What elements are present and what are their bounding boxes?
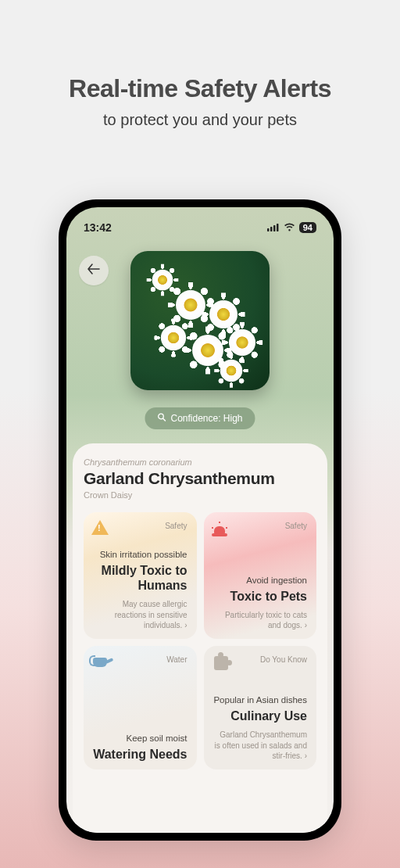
svg-line-5 [163, 418, 166, 421]
tile-safety-pets[interactable]: Safety Avoid ingestion Toxic to Pets Par… [204, 512, 317, 639]
tile-water[interactable]: Water Keep soil moist Watering Needs [84, 646, 197, 769]
signal-icon [267, 221, 280, 234]
tile-desc: May cause allergic reactions in sensitiv… [93, 599, 188, 631]
tile-subtitle: Skin irritation possible [93, 549, 188, 561]
svg-rect-2 [273, 225, 276, 231]
tile-title: Watering Needs [93, 747, 188, 762]
search-icon [157, 413, 166, 424]
tile-subtitle: Popular in Asian dishes [213, 694, 308, 706]
alt-name: Crown Daisy [84, 490, 316, 500]
tile-subtitle: Avoid ingestion [213, 575, 308, 586]
confidence-pill[interactable]: Confidence: High [145, 407, 255, 429]
tile-do-you-know[interactable]: Do You Know Popular in Asian dishes Culi… [204, 646, 317, 769]
svg-rect-0 [267, 228, 270, 231]
plant-photo[interactable] [130, 251, 270, 390]
confidence-label: Confidence: High [170, 413, 242, 424]
watering-can-icon [91, 654, 112, 674]
svg-rect-3 [277, 224, 279, 231]
tile-desc: Particularly toxic to cats and dogs. [213, 610, 308, 631]
status-right: 94 [267, 221, 316, 234]
puzzle-piece-icon [212, 654, 232, 674]
tile-subtitle: Keep soil moist [93, 733, 188, 744]
tile-desc: Garland Chrysanthemum is often used in s… [213, 730, 308, 762]
phone-frame: 13:42 94 [59, 199, 341, 841]
tile-title: Culinary Use [213, 708, 308, 723]
battery-badge: 94 [299, 222, 316, 233]
scientific-name: Chrysanthemum coronarium [84, 457, 316, 467]
common-name: Garland Chrysanthemum [84, 469, 316, 488]
warning-triangle-icon [91, 520, 112, 540]
status-bar: 13:42 94 [66, 207, 334, 239]
plant-photo-image [130, 251, 270, 390]
status-time: 13:42 [84, 221, 112, 234]
tiles-grid: Safety Skin irritation possible Mildly T… [84, 512, 316, 769]
page-title: Real-time Safety Alerts [0, 0, 400, 103]
tile-title: Mildly Toxic to Humans [93, 563, 188, 593]
tile-safety-humans[interactable]: Safety Skin irritation possible Mildly T… [84, 512, 197, 639]
phone-screen: 13:42 94 [66, 207, 334, 833]
svg-rect-1 [270, 227, 273, 231]
page-subtitle: to protect you and your pets [0, 111, 400, 129]
back-button[interactable] [79, 256, 109, 285]
siren-icon [212, 520, 232, 540]
tile-title: Toxic to Pets [213, 589, 308, 604]
wifi-icon [284, 221, 295, 234]
arrow-left-icon [88, 264, 100, 278]
info-card: Chrysanthemum coronarium Garland Chrysan… [73, 443, 327, 833]
